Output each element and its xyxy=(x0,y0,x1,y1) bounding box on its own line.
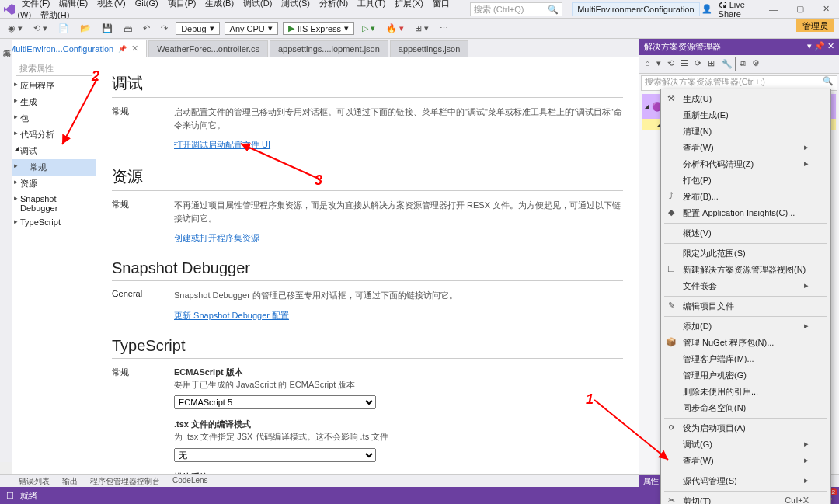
property-tree-node[interactable]: 包 xyxy=(12,110,96,127)
menu-item[interactable]: 分析(N) xyxy=(315,0,353,10)
save-icon[interactable]: 💾 xyxy=(99,22,116,35)
context-menu-item[interactable]: ⭘设为启动项目(A) xyxy=(661,420,830,436)
context-menu-item[interactable]: ◆配置 Application Insights(C)... xyxy=(661,205,830,221)
browser-icon[interactable]: ⊞ ▾ xyxy=(412,22,432,35)
collapse-icon[interactable]: ▾ xyxy=(654,57,663,71)
redo-icon[interactable]: ↷ xyxy=(158,22,171,35)
hot-reload-icon[interactable]: 🔥 ▾ xyxy=(383,22,407,35)
menu-item[interactable]: 帮助(H) xyxy=(36,8,74,22)
property-tree-node[interactable]: TypeScript xyxy=(12,215,96,229)
editor-tab[interactable]: MultiEnviron...Configuration 📌 ✕ xyxy=(0,40,147,57)
context-menu-item[interactable]: 查看(W)▸ xyxy=(661,140,830,156)
context-menu-item[interactable]: 文件嵌套▸ xyxy=(661,278,830,294)
label-general: 常规 xyxy=(112,106,174,151)
update-snapshot-link[interactable]: 更新 Snapshot Debugger 配置 xyxy=(174,310,289,322)
undo-icon[interactable]: ↶ xyxy=(140,22,153,35)
maximize-button[interactable]: ▢ xyxy=(790,2,810,16)
bottom-tab[interactable]: 输出 xyxy=(56,475,84,487)
bottom-tab[interactable]: 错误列表 xyxy=(12,475,56,487)
startup-project-selector[interactable]: MultiEnvironmentConfiguration xyxy=(572,2,699,16)
saveall-icon[interactable]: 🗃 xyxy=(120,23,135,35)
user-icon[interactable]: 👤 xyxy=(701,4,712,14)
context-menu-item[interactable]: 清理(N) xyxy=(661,123,830,140)
close-button[interactable]: ✕ xyxy=(816,2,836,16)
close-panel-icon[interactable]: ✕ xyxy=(827,41,834,50)
project-context-menu: ⚒生成(U)重新生成(E)清理(N)查看(W)▸分析和代码清理(Z)▸打包(P)… xyxy=(660,89,831,504)
context-menu-item[interactable]: 概述(V) xyxy=(661,225,830,242)
context-menu-item[interactable]: 分析和代码清理(Z)▸ xyxy=(661,156,830,172)
pin-icon[interactable]: ▾ 📌 xyxy=(807,41,825,50)
editor-tab[interactable]: WeatherForec...ontroller.cs xyxy=(148,40,268,57)
menu-item[interactable]: 测试(S) xyxy=(277,0,315,10)
property-tree-node[interactable]: 代码分析 xyxy=(12,127,96,143)
property-tree-node[interactable]: 调试 xyxy=(12,143,96,159)
menu-item[interactable]: 项目(P) xyxy=(163,0,201,10)
property-tree-node[interactable]: 应用程序 xyxy=(12,78,96,94)
context-menu-item[interactable]: 重新生成(E) xyxy=(661,107,830,123)
context-menu-item[interactable]: ⚒生成(U) xyxy=(661,91,830,107)
context-menu-item[interactable]: 管理用户机密(G) xyxy=(661,367,830,384)
menu-item[interactable]: 扩展(X) xyxy=(390,0,428,10)
global-search-input[interactable]: 搜索 (Ctrl+Q) 🔍 xyxy=(470,2,562,16)
context-menu-item[interactable]: 查看(W)▸ xyxy=(661,453,830,469)
menu-item[interactable]: 视图(V) xyxy=(92,0,131,10)
context-menu-item[interactable]: ✎编辑项目文件 xyxy=(661,298,830,315)
property-tree-node[interactable]: Snapshot Debugger xyxy=(12,192,96,215)
refresh-icon[interactable]: ⟳ xyxy=(692,57,704,71)
start-no-debug-icon[interactable]: ▷ ▾ xyxy=(359,22,378,35)
minimize-button[interactable]: — xyxy=(763,3,784,16)
preview-icon[interactable]: ⧉ xyxy=(737,57,748,71)
menu-item[interactable]: 生成(B) xyxy=(200,0,238,10)
editor-tab[interactable]: appsettings....lopment.json xyxy=(270,40,388,57)
new-icon[interactable]: 📄 xyxy=(55,22,72,35)
section-typescript-heading: TypeScript xyxy=(112,337,623,359)
properties-icon[interactable]: 🔧 xyxy=(719,57,736,71)
open-assembly-resources-link[interactable]: 创建或打开程序集资源 xyxy=(174,232,259,244)
showall-icon[interactable]: ☰ xyxy=(678,57,691,71)
editor-tab[interactable]: appsettings.json xyxy=(390,40,469,57)
context-menu-item[interactable]: 管理客户端库(M)... xyxy=(661,351,830,367)
property-tree-node[interactable]: 生成 xyxy=(12,94,96,110)
context-menu-item[interactable]: ✂剪切(T)Ctrl+X xyxy=(661,493,830,504)
context-menu-item[interactable]: 添加(D)▸ xyxy=(661,318,830,335)
home-icon[interactable]: ⌂ xyxy=(642,57,653,71)
toolbox-gutter[interactable]: 工具箱 xyxy=(0,39,12,462)
context-menu-item[interactable]: 打包(P) xyxy=(661,172,830,189)
config-combo[interactable]: Debug ▾ xyxy=(176,22,219,35)
open-launch-profiles-link[interactable]: 打开调试启动配置文件 UI xyxy=(174,139,270,151)
bottom-tab[interactable]: CodeLens xyxy=(166,475,214,487)
wrench-icon[interactable]: ⚙ xyxy=(750,57,762,71)
context-menu-item[interactable]: ☐新建解决方案资源管理器视图(N) xyxy=(661,262,830,278)
nest-icon[interactable]: ⊞ xyxy=(705,57,717,71)
open-icon[interactable]: 📂 xyxy=(77,22,94,35)
bottom-tab[interactable]: 程序包管理器控制台 xyxy=(84,475,166,487)
context-menu-item[interactable]: ⤴发布(B)... xyxy=(661,189,830,205)
section-debug-heading: 调试 xyxy=(112,73,623,98)
menu-item[interactable]: 调试(D) xyxy=(238,0,277,10)
admin-badge: 管理员 xyxy=(796,19,834,32)
platform-combo[interactable]: Any CPU ▾ xyxy=(225,22,278,35)
context-menu-item[interactable]: 调试(G)▸ xyxy=(661,436,830,453)
property-page: 调试 常规 启动配置文件的管理已移动到专用对话框。可以通过下面的链接、菜单栏中的… xyxy=(96,57,639,474)
ecma-version-select[interactable]: ECMAScript 5 xyxy=(174,395,376,409)
property-tree-node[interactable]: 资源 xyxy=(12,176,96,192)
context-menu-item[interactable]: 删除未使用的引用... xyxy=(661,384,830,400)
menu-item[interactable]: 工具(T) xyxy=(353,0,390,10)
label-general-snap: General xyxy=(112,289,174,322)
label-general-res: 常规 xyxy=(112,199,174,244)
nav-back-icon[interactable]: ◉ ▾ xyxy=(5,22,26,35)
context-menu-item[interactable]: 源代码管理(S)▸ xyxy=(661,473,830,489)
property-search-input[interactable]: 搜索属性 xyxy=(16,61,92,76)
live-share-button[interactable]: 🗘 Live Share xyxy=(719,0,757,19)
tsx-mode-select[interactable]: 无 xyxy=(174,448,376,462)
property-tree-child[interactable]: 常规 xyxy=(12,159,96,176)
context-menu-item[interactable]: 同步命名空间(N) xyxy=(661,400,830,416)
nav-fwd-icon[interactable]: ⟲ ▾ xyxy=(30,22,50,35)
context-menu-item[interactable]: 限定为此范围(S) xyxy=(661,245,830,262)
label-general-ts: 常规 xyxy=(112,367,174,475)
more-icon[interactable]: ⋯ xyxy=(437,22,451,35)
run-button[interactable]: ▶ IIS Express ▾ xyxy=(283,22,354,35)
sync-icon[interactable]: ⟲ xyxy=(665,57,677,71)
context-menu-item[interactable]: 📦管理 NuGet 程序包(N)... xyxy=(661,335,830,351)
menu-item[interactable]: Git(G) xyxy=(131,0,163,10)
